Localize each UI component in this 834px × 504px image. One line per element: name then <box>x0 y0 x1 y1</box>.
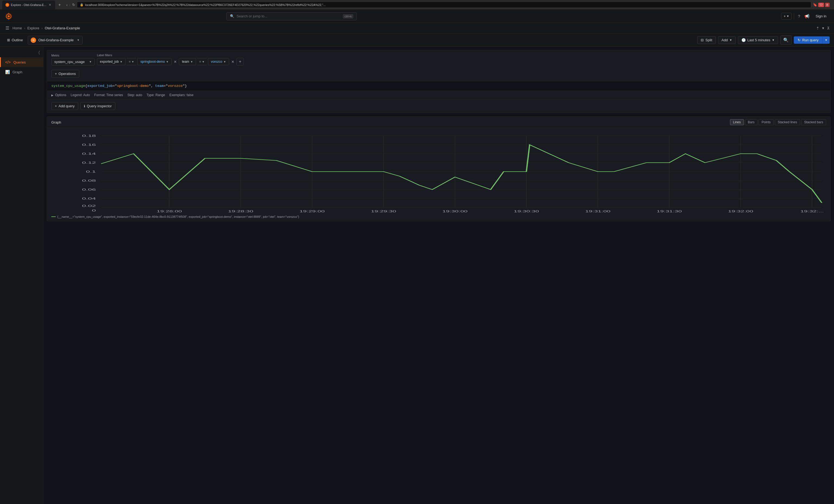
queries-label: Queries <box>13 60 26 64</box>
filter-2-key-arrow: ▼ <box>190 60 193 63</box>
view-bars-button[interactable]: Bars <box>745 119 758 125</box>
legend-option: Legend: Auto <box>71 93 90 97</box>
search-placeholder: Search or jump to... <box>237 14 341 18</box>
help-button[interactable]: ? <box>796 12 802 20</box>
filter-1-val[interactable]: springboot-demo ▼ <box>137 58 172 65</box>
add-filter-button[interactable]: + <box>237 58 244 65</box>
breadcrumb-bar: ☰ Home › Explore › Otel-Grafana-Example … <box>0 23 834 34</box>
graph-svg: 0.18 0.16 0.14 0.12 0.1 0.08 0.06 0.04 0… <box>49 131 828 213</box>
datasource-dropdown-arrow: ▼ <box>77 39 80 42</box>
view-stacked-bars-button[interactable]: Stacked bars <box>801 119 826 125</box>
topbar-search[interactable]: 🔍 Search or jump to... ctrl+k <box>226 12 357 20</box>
filter-2-key[interactable]: team ▼ <box>179 58 196 65</box>
graph-view-buttons: Lines Bars Points Stacked lines Stacked … <box>730 119 826 125</box>
zoom-out-button[interactable]: 🔍 <box>780 36 792 45</box>
outline-label: Outline <box>12 38 23 42</box>
split-icon: ⊟ <box>701 38 704 42</box>
add-query-button[interactable]: + Add query <box>51 102 78 110</box>
back-button[interactable]: ‹ <box>66 3 68 7</box>
svg-text:19:28:00: 19:28:00 <box>157 210 182 213</box>
metric-selector[interactable]: system_cpu_usage ▼ <box>51 58 95 65</box>
sidebar-item-queries[interactable]: </> Queries <box>0 57 43 67</box>
svg-text:19:29:00: 19:29:00 <box>300 210 325 213</box>
run-query-group: ↻ Run query ▼ <box>794 37 830 44</box>
query-inspector-button[interactable]: ℹ Query inspector <box>80 102 115 110</box>
hamburger-menu[interactable]: ☰ <box>4 24 10 32</box>
grafana-logo <box>4 12 13 21</box>
qs-comma: , <box>151 84 155 88</box>
svg-text:0.08: 0.08 <box>82 179 96 182</box>
svg-text:0.02: 0.02 <box>82 204 96 207</box>
add-panel-button[interactable]: + ▼ <box>781 13 792 20</box>
datasource-selector[interactable]: G Otel-Grafana-Example ▼ <box>28 36 83 45</box>
breadcrumb-home[interactable]: Home <box>13 26 22 30</box>
time-range-label: Last 5 minutes <box>747 38 770 42</box>
operations-button[interactable]: + Operations <box>51 70 79 78</box>
svg-text:0.06: 0.06 <box>82 188 96 191</box>
operations-row: + Operations <box>47 69 831 81</box>
filter-1-key[interactable]: exported_job ▼ <box>97 58 126 65</box>
filter-2-key-value: team <box>182 60 189 64</box>
query-actions-row: + Add query ℹ Query inspector <box>47 99 831 113</box>
add-button[interactable]: Add ▼ <box>718 36 736 44</box>
run-query-button[interactable]: ↻ Run query <box>794 37 822 44</box>
tab-close-icon[interactable]: ✕ <box>48 3 52 7</box>
main-layout: ⟨ </> Queries 📊 Graph Metric system_cpu_… <box>0 47 834 504</box>
breadcrumb-current: Otel-Grafana-Example <box>45 26 80 30</box>
svg-text:19:29:30: 19:29:30 <box>371 210 396 213</box>
svg-text:19:30:30: 19:30:30 <box>514 210 539 213</box>
sign-in-button[interactable]: Sign in <box>812 13 830 20</box>
sidebar-collapse-btn[interactable]: ⟨ <box>0 49 43 56</box>
metric-label: Metric <box>51 54 95 57</box>
legend-text: {__name__="system_cpu_usage", exported_i… <box>57 215 299 218</box>
filter-1-op[interactable]: = ▼ <box>127 58 136 65</box>
view-points-button[interactable]: Points <box>759 119 773 125</box>
refresh-button[interactable]: ↻ <box>72 3 75 7</box>
address-lock-icon: 🔒 <box>80 3 84 6</box>
bookmark-button[interactable]: 🔖 <box>813 3 817 7</box>
extension-btn-2[interactable]: B <box>825 3 830 7</box>
browser-tab[interactable]: G Explore - Otel-Grafana-E... ✕ <box>2 1 55 9</box>
forward-button[interactable]: › <box>69 3 71 7</box>
label-filters-section: Label filters exported_job ▼ = ▼ springb… <box>97 53 244 65</box>
split-button[interactable]: ⊟ Split <box>697 36 716 44</box>
query-panel: Metric system_cpu_usage ▼ Label filters … <box>47 50 831 113</box>
qs-val1: springboot-demo <box>117 84 149 88</box>
search-bar[interactable]: 🔍 Search or jump to... ctrl+k <box>226 12 357 20</box>
filter-1-op-arrow: ▼ <box>131 60 134 63</box>
qs-val2: vorozco <box>168 84 183 88</box>
operations-plus-icon: + <box>55 72 57 76</box>
svg-text:19:28:30: 19:28:30 <box>228 210 253 213</box>
queries-icon: </> <box>5 60 10 64</box>
view-stacked-lines-button[interactable]: Stacked lines <box>775 119 800 125</box>
view-lines-button[interactable]: Lines <box>730 119 744 125</box>
qs-eq2: =" <box>164 84 168 88</box>
step-option: Step: auto <box>127 93 142 97</box>
news-button[interactable]: 📢 <box>803 12 811 20</box>
run-query-dropdown[interactable]: ▼ <box>822 37 830 44</box>
address-bar[interactable]: 🔒 localhost:3000/explore?schemaVersion=1… <box>77 2 811 8</box>
share-button[interactable]: ⇡ <box>816 26 819 30</box>
new-tab-button[interactable]: + <box>57 2 62 8</box>
breadcrumb-dropdown[interactable]: ▼ <box>821 26 825 30</box>
add-label: Add <box>722 38 728 42</box>
collapse-button[interactable]: ⊼ <box>827 26 830 30</box>
filter-2-op[interactable]: = ▼ <box>197 58 207 65</box>
graph-container: 0.18 0.16 0.14 0.12 0.1 0.08 0.06 0.04 0… <box>47 128 831 214</box>
options-toggle[interactable]: ▶ Options <box>51 93 66 97</box>
remove-filter-2[interactable]: ✕ <box>230 60 235 64</box>
remove-filter-1[interactable]: ✕ <box>173 60 178 64</box>
extension-btn-1[interactable]: 🛡 <box>818 3 824 7</box>
time-range-button[interactable]: 🕐 Last 5 minutes ▼ <box>738 36 778 44</box>
sidebar-item-graph[interactable]: 📊 Graph <box>0 67 43 77</box>
filter-2-val[interactable]: vorozco ▼ <box>208 58 229 65</box>
outline-toggle[interactable]: ⊞ Outline <box>4 37 25 44</box>
metric-value: system_cpu_usage <box>54 60 85 64</box>
clock-icon: 🕐 <box>741 38 746 42</box>
breadcrumb-sep-2: › <box>42 26 43 30</box>
refresh-run-icon: ↻ <box>798 38 800 42</box>
browser-actions: 🔖 🛡 B <box>813 3 830 7</box>
search-icon: 🔍 <box>230 14 234 18</box>
qs-key1: exported_job <box>87 84 113 88</box>
breadcrumb-explore[interactable]: Explore <box>27 26 39 30</box>
